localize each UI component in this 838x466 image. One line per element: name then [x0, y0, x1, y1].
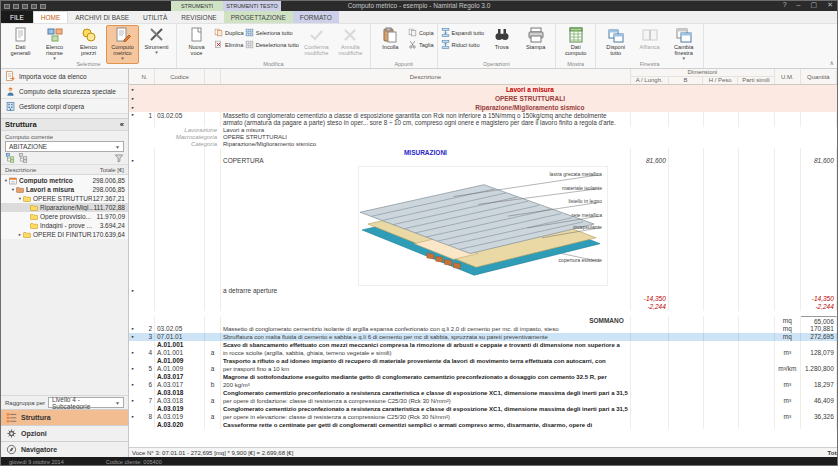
item-code: A.03.019 — [155, 413, 205, 421]
help-button[interactable]: ? — [783, 1, 787, 9]
measure-row[interactable]: ▸COPERTURA81,60081,600 — [129, 157, 838, 165]
nav-navigatore-button[interactable]: Navigatore — [1, 441, 128, 457]
computo-metrico-button[interactable]: Computo metrico▼ — [106, 25, 139, 64]
incolla-button[interactable]: Incolla — [374, 25, 407, 52]
disponi-tutto-button[interactable]: Disponi tutto — [599, 25, 632, 58]
nav-opzioni-button[interactable]: Opzioni — [1, 425, 128, 441]
tree-item-opere-di-finitura[interactable]: ▸OPERE DI FINITURA170.639,64 — [1, 230, 128, 239]
measure-qty-value: -14,350 — [801, 295, 837, 303]
filter-button[interactable] — [114, 153, 124, 163]
tree-item-opere-strutturali[interactable]: ▾OPERE STRUTTURALI127.367,21 — [1, 194, 128, 203]
affianca-button[interactable]: Affianca — [633, 25, 666, 52]
tree-item-riparazione-migl[interactable]: Riparazione/Migl...111.702,88 — [1, 203, 128, 212]
nav-struttura-button[interactable]: Struttura — [1, 409, 128, 425]
parent-code: A.03.018 — [155, 389, 205, 397]
annulla-modifiche-button[interactable]: Annulla modifiche — [334, 25, 367, 58]
item-row[interactable]: ▸6A.03.017b200 kg/m³m³18,29784,3001.542,… — [129, 381, 838, 389]
cambia-finestra-button[interactable]: Cambia finestra▼ — [667, 25, 700, 64]
espandi-tutto-button[interactable]: Espandi tutto — [441, 28, 485, 37]
elenco-risorse-button[interactable]: Elenco risorse▼ — [38, 25, 71, 64]
parent-description: Magrone di sottofondazione eseguito medi… — [221, 373, 631, 381]
maximize-button[interactable]: ▢ — [811, 1, 818, 9]
importa-voce-da-elenco-button[interactable]: Importa voce da elenco — [1, 69, 128, 84]
gestione-corpi-d-opera-icon — [5, 101, 16, 112]
category-row[interactable]: ▸Riparazione/Miglioramento sismico — [129, 103, 838, 112]
duplica-button[interactable]: Duplica — [214, 28, 244, 37]
stampa-button[interactable]: Stampa — [519, 25, 552, 52]
tree-item-computo-metrico[interactable]: ▾Computo metrico298.006,85 — [1, 176, 128, 185]
copia-button[interactable]: Copia — [408, 28, 434, 37]
dati-generali-button[interactable]: Dati generali — [4, 25, 37, 58]
computo-della-sicurezza-speciale-button[interactable]: Computo della sicurezza speciale — [1, 84, 128, 99]
item-row[interactable]: ▸4A.01.001ain rocce sciolte (argilla, sa… — [129, 349, 838, 357]
item-meta-row: CategoriaRiparazione/Miglioramento sismi… — [129, 141, 838, 148]
close-button[interactable]: ✕ — [827, 1, 833, 9]
computo-della-sicurezza-speciale-icon — [5, 86, 16, 97]
conferma-modifiche-button[interactable]: Conferma modifiche — [300, 25, 333, 58]
elenco-prezzi-button[interactable]: Elenco prezzi — [72, 25, 105, 58]
folderred-icon — [16, 186, 24, 194]
minimize-button[interactable]: – — [797, 1, 801, 9]
elimina-button[interactable]: Elimina — [214, 40, 244, 49]
tree-item-opere-provvisio[interactable]: Opere provvisio...11.970,09 — [1, 212, 128, 221]
cell — [669, 357, 704, 365]
group-by-select[interactable]: Livello 4 - Subcategorie▼ — [48, 397, 124, 408]
strumenti-icon — [149, 27, 165, 43]
ribbon-collapse-icon[interactable]: ∧ — [830, 59, 834, 66]
parent-description: Conglomerato cementizio preconfezionato … — [221, 389, 631, 397]
taglia-button[interactable]: Taglia — [408, 40, 434, 49]
struttura-icon — [6, 412, 17, 423]
cell — [631, 389, 669, 397]
tab-utilita[interactable]: UTILITÀ — [136, 11, 174, 23]
expand-tree-button[interactable] — [5, 153, 15, 163]
cell — [739, 303, 775, 311]
item-row[interactable]: ▸7A.03.018aper opere di fondazione: clas… — [129, 397, 838, 405]
conferma-modifiche-icon — [308, 27, 324, 43]
cell — [205, 287, 221, 295]
strumenti-button[interactable]: Strumenti▼ — [140, 25, 173, 58]
riduci-tutto-button[interactable]: Riduci tutto — [441, 40, 485, 49]
cell — [801, 405, 837, 413]
tree-item-lavori-a-misura[interactable]: ▾Lavori a misura298.006,85 — [1, 185, 128, 194]
item-row[interactable]: ▸203.02.05Massetto di conglomerato cemen… — [129, 325, 838, 333]
folder-icon — [30, 222, 38, 230]
tab-file[interactable]: FILE — [1, 11, 33, 23]
computo-corrente-select[interactable]: ABITAZIONE▼ — [5, 141, 124, 152]
tab-archivi-di-base[interactable]: ARCHIVI DI BASE — [68, 11, 136, 23]
category-row[interactable]: ▸OPERE STRUTTURALI — [129, 94, 838, 103]
cell — [704, 365, 739, 373]
cell — [704, 421, 739, 429]
trova-button[interactable]: Trova — [485, 25, 518, 52]
nuova-voce-button[interactable]: Nuova voce — [180, 25, 213, 58]
tree-item-indagini-prove[interactable]: Indagini - prove ...3.694,24 — [1, 221, 128, 230]
category-row[interactable]: ▸Lavori a misura — [129, 85, 838, 94]
collapse-tree-button[interactable] — [18, 153, 28, 163]
tab-formato[interactable]: FORMATO — [293, 11, 339, 23]
cell — [669, 413, 704, 421]
item-row[interactable]: ▸103.02.05Massetto di conglomerato cemen… — [129, 112, 838, 127]
cell — [775, 112, 801, 127]
deseleziona-tutto-button[interactable]: Deseleziona tutto — [245, 40, 299, 49]
seleziona-tutto-button[interactable]: Seleziona tutto — [245, 28, 299, 37]
item-row[interactable]: ▸8A.03.019aper opere in elevazione: clas… — [129, 413, 838, 421]
cell — [739, 349, 775, 357]
measure-row[interactable]: ▸a detrarre aperture — [129, 287, 838, 295]
dati-computo-button[interactable]: Dati computo — [559, 25, 592, 58]
tab-home[interactable]: HOME — [33, 11, 69, 23]
item-row[interactable]: ▸5A.01.009aper trasporti fino a 10 kmm³/… — [129, 365, 838, 373]
cell — [155, 148, 205, 157]
row-marker-icon: ▸ — [129, 349, 137, 357]
category-label: Riparazione/Miglioramento sismico — [137, 103, 838, 112]
measure-row[interactable]: -14,350-14,350 — [129, 295, 838, 303]
panel-collapse-icon[interactable]: « — [120, 120, 124, 129]
cell — [205, 405, 221, 413]
tab-revisione[interactable]: REVISIONE — [174, 11, 223, 23]
cell — [775, 148, 801, 157]
cell — [669, 148, 704, 157]
measure-row[interactable]: -2,244-2,244 — [129, 303, 838, 311]
item-row[interactable]: ▸307.01.01Sbruffatura con malta fluida d… — [129, 333, 838, 341]
tab-progettazione[interactable]: PROGETTAZIONE — [224, 11, 293, 23]
cell — [669, 316, 704, 325]
computo-table: N. Codice Descrizione Dimensioni A / Lun… — [129, 69, 838, 447]
gestione-corpi-d-opera-button[interactable]: Gestione corpi d'opera — [1, 99, 128, 114]
